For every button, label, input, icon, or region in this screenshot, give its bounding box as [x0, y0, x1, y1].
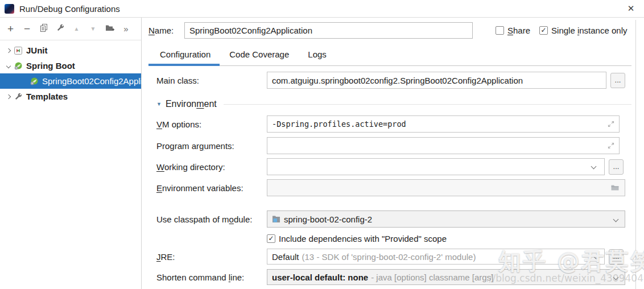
use-classpath-combobox[interactable]: spring-boot-02-config-2: [267, 210, 625, 228]
move-down-button[interactable]: ▼: [85, 22, 101, 36]
include-provided-label: Include dependencies with "Provided" sco…: [279, 234, 447, 243]
program-arguments-input[interactable]: [267, 137, 620, 154]
section-collapse-icon[interactable]: ▼: [156, 101, 162, 107]
more-actions-button[interactable]: »: [118, 22, 134, 36]
tree-item-junit[interactable]: JUnit: [0, 43, 141, 58]
name-input[interactable]: [184, 22, 473, 39]
working-directory-browse-button[interactable]: ...: [609, 159, 624, 175]
shorten-value: user-local default: none: [272, 273, 368, 282]
wrench-icon: [14, 92, 23, 101]
expand-field-icon[interactable]: [607, 120, 615, 130]
configurations-toolbar: + − ▲ ▼: [0, 18, 141, 40]
single-instance-checkbox-group[interactable]: ✓ Single instance only: [539, 26, 627, 35]
new-folder-icon: [105, 23, 115, 35]
editor-tabbar: Configuration Code Coverage Logs: [156, 48, 631, 66]
new-folder-button[interactable]: [101, 22, 118, 36]
tree-item-label: SpringBoot02Config2Application: [42, 76, 141, 86]
dialog-title: Run/Debug Configurations: [19, 4, 120, 14]
vm-options-row: VM options:: [156, 115, 631, 133]
jre-label: JRE:: [156, 252, 267, 262]
main-class-input[interactable]: [267, 72, 606, 89]
copy-icon: [39, 23, 48, 35]
close-icon[interactable]: ✕: [625, 2, 637, 15]
minus-icon: −: [24, 23, 30, 34]
single-instance-checkbox[interactable]: ✓: [539, 26, 548, 35]
include-provided-row: ✓ Include dependencies with "Provided" s…: [156, 233, 631, 244]
use-classpath-value: spring-boot-02-config-2: [284, 214, 372, 224]
section-rule: [224, 104, 631, 105]
configuration-editor: Name: Share ✓ Single instance only Confi…: [142, 18, 644, 289]
environment-section-header[interactable]: ▼ Environment: [156, 97, 631, 111]
spring-boot-icon: [30, 77, 39, 86]
add-configuration-button[interactable]: +: [2, 22, 19, 36]
junit-icon: [14, 46, 23, 55]
tab-logs[interactable]: Logs: [308, 48, 327, 65]
copy-configuration-button[interactable]: [35, 22, 52, 36]
working-directory-label: Working directory:: [156, 162, 267, 172]
share-checkbox[interactable]: [496, 26, 504, 35]
check-icon: ✓: [268, 234, 274, 242]
expand-field-icon[interactable]: [607, 142, 615, 152]
jre-row: JRE: Default (13 - SDK of 'spring-boot-0…: [156, 249, 631, 265]
single-instance-label: Single instance only: [551, 26, 627, 35]
environment-variables-label: Environment variables:: [156, 183, 267, 193]
shorten-command-line-row: Shorten command line: user-local default…: [156, 269, 631, 285]
spring-boot-icon: [14, 61, 23, 71]
tree-item-templates[interactable]: Templates: [0, 89, 141, 104]
use-classpath-row: Use classpath of module: spring-boot-02-…: [156, 210, 631, 228]
share-checkbox-group[interactable]: Share: [496, 26, 530, 35]
jre-browse-button[interactable]: ...: [609, 249, 624, 265]
configurations-sidebar: + − ▲ ▼: [0, 18, 142, 289]
shorten-command-line-combobox[interactable]: user-local default: none - java [options…: [267, 269, 625, 285]
triangle-up-icon: ▲: [74, 26, 80, 32]
tree-item-springboot02config2application[interactable]: SpringBoot02Config2Application: [0, 73, 141, 89]
include-provided-checkbox[interactable]: ✓: [267, 234, 275, 243]
main-class-row: Main class: ...: [156, 72, 631, 89]
jre-hint: (13 - SDK of 'spring-boot-02-config-2' m…: [302, 252, 476, 262]
chevron-right-icon[interactable]: [3, 49, 14, 52]
module-icon: [272, 215, 280, 223]
wrench-icon: [56, 23, 65, 35]
dialog-body: + − ▲ ▼: [0, 18, 644, 289]
remove-configuration-button[interactable]: −: [19, 22, 35, 36]
shorten-hint: - java [options] classname [args]: [371, 273, 493, 282]
chevron-right-icon[interactable]: [3, 95, 14, 98]
edit-templates-button[interactable]: [52, 22, 68, 36]
combo-chevron-icon: [613, 217, 619, 222]
working-directory-input[interactable]: [267, 158, 605, 175]
plus-icon: +: [7, 23, 14, 34]
double-chevron-icon: »: [123, 24, 128, 34]
include-provided-checkbox-group[interactable]: ✓ Include dependencies with "Provided" s…: [267, 234, 625, 243]
shorten-command-line-label: Shorten command line:: [156, 273, 267, 282]
name-row: Name: Share ✓ Single instance only: [148, 21, 631, 39]
check-icon: ✓: [541, 26, 547, 34]
tab-code-coverage[interactable]: Code Coverage: [229, 48, 289, 65]
environment-variables-input[interactable]: [267, 179, 625, 196]
main-class-browse-button[interactable]: ...: [610, 73, 625, 88]
share-label: Share: [507, 26, 530, 35]
intellij-app-icon: [5, 4, 14, 14]
combo-chevron-icon: [594, 254, 600, 260]
vm-options-input[interactable]: [267, 115, 620, 133]
chevron-down-icon[interactable]: [3, 64, 14, 68]
jre-combobox[interactable]: Default (13 - SDK of 'spring-boot-02-con…: [267, 249, 605, 265]
environment-section-label: Environment: [166, 99, 217, 109]
program-arguments-label: Program arguments:: [156, 141, 267, 151]
tree-item-spring-boot[interactable]: Spring Boot: [0, 58, 141, 73]
program-arguments-row: Program arguments:: [156, 137, 631, 154]
name-label: Name:: [148, 26, 184, 35]
triangle-down-icon: ▼: [90, 26, 96, 32]
working-directory-row: Working directory: ...: [156, 158, 631, 175]
dialog-titlebar: Run/Debug Configurations ✕: [0, 0, 644, 18]
move-up-button[interactable]: ▲: [68, 22, 85, 36]
tree-item-label: Templates: [26, 92, 68, 101]
right-edge-divider: [635, 20, 636, 289]
vm-options-label: VM options:: [156, 119, 267, 129]
folder-icon[interactable]: [610, 184, 620, 194]
combo-chevron-icon: [613, 275, 619, 280]
environment-variables-row: Environment variables:: [156, 179, 631, 196]
tree-item-label: JUnit: [26, 46, 48, 55]
configurations-tree: JUnit Spring Boot SpringBoot02Config2App…: [0, 40, 141, 104]
use-classpath-label: Use classpath of module:: [156, 214, 267, 224]
tab-configuration[interactable]: Configuration: [160, 48, 210, 65]
